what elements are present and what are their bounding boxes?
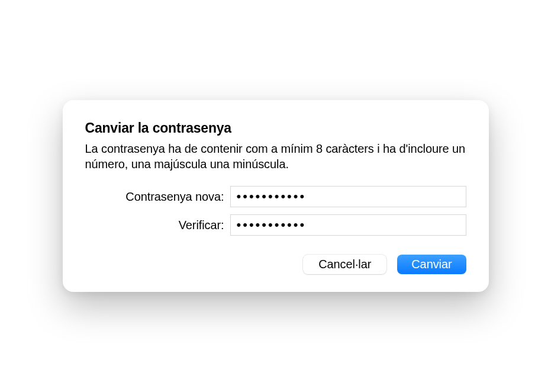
new-password-row: Contrasenya nova: <box>85 186 466 207</box>
dialog-description: La contrasenya ha de contenir com a míni… <box>85 141 466 172</box>
verify-password-row: Verificar: <box>85 214 466 236</box>
button-row: Cancel·lar Canviar <box>85 255 466 274</box>
new-password-input[interactable] <box>230 186 466 207</box>
verify-password-label: Verificar: <box>85 219 230 232</box>
dialog-title: Canviar la contrasenya <box>85 120 466 136</box>
change-password-dialog: Canviar la contrasenya La contrasenya ha… <box>63 100 489 292</box>
cancel-button[interactable]: Cancel·lar <box>303 255 386 274</box>
verify-password-input[interactable] <box>230 214 466 236</box>
confirm-button[interactable]: Canviar <box>397 255 466 274</box>
new-password-label: Contrasenya nova: <box>85 190 230 204</box>
